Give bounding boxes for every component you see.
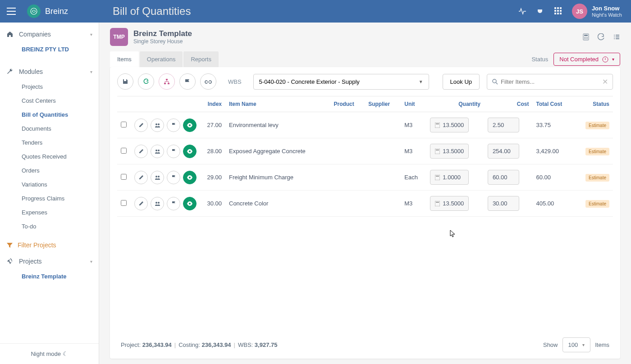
group-button[interactable]: [151, 145, 164, 158]
sidebar-item-variations[interactable]: Variations: [0, 177, 99, 191]
plug-icon[interactable]: [536, 7, 545, 16]
filter-icon: [6, 242, 13, 249]
view-button[interactable]: [183, 171, 197, 184]
items-table: Index Item Name Product Supplier Unit Qu…: [117, 96, 613, 217]
flag-button[interactable]: [179, 73, 196, 90]
sidebar-item-orders[interactable]: Orders: [0, 164, 99, 177]
sidebar-modules-header[interactable]: Modules ▾: [0, 64, 99, 80]
cost-input[interactable]: 30.00: [488, 196, 519, 211]
row-checkbox[interactable]: [121, 200, 127, 206]
sidebar-item-projects[interactable]: Projects: [0, 80, 99, 94]
status-dropdown[interactable]: Not Completed ▾: [553, 53, 620, 66]
refresh-icon[interactable]: [598, 33, 605, 41]
search-box: ✕: [487, 74, 613, 90]
svg-rect-5: [557, 7, 559, 9]
row-checkbox[interactable]: [121, 148, 127, 154]
view-button[interactable]: [183, 145, 197, 158]
pulse-icon[interactable]: [518, 7, 527, 16]
wbs-select[interactable]: 5-040-020 - Concrete Exterior - Supply ▼: [253, 74, 429, 90]
col-quantity[interactable]: Quantity: [426, 96, 484, 112]
sidebar-item-quotes[interactable]: Quotes Received: [0, 150, 99, 164]
svg-rect-2: [7, 14, 16, 15]
group-button[interactable]: [151, 197, 164, 210]
edit-button[interactable]: [134, 197, 148, 210]
flag-row-button[interactable]: [167, 197, 180, 210]
flag-row-button[interactable]: [167, 171, 180, 184]
col-supplier[interactable]: Supplier: [365, 96, 401, 112]
svg-rect-34: [435, 123, 440, 128]
svg-point-40: [155, 176, 157, 177]
flag-row-button[interactable]: [167, 145, 180, 158]
page-size-select[interactable]: 100 ▾: [562, 337, 591, 352]
sidebar-companies-header[interactable]: Companies ▾: [0, 26, 99, 42]
wbs-label: WBS: [228, 78, 242, 85]
topbar-actions: JS Jon Snow Night's Watch: [518, 4, 631, 19]
clear-icon[interactable]: ✕: [602, 77, 608, 86]
sidebar-project-item[interactable]: Breinz Template: [0, 269, 99, 283]
lookup-button[interactable]: Look Up: [443, 74, 480, 90]
sidebar-company-item[interactable]: BREINZ PTY LTD: [0, 42, 99, 56]
row-checkbox[interactable]: [121, 174, 127, 180]
cost-input[interactable]: 2.50: [488, 118, 519, 132]
cost-input[interactable]: 254.00: [488, 144, 519, 159]
sidebar-item-tenders[interactable]: Tenders: [0, 136, 99, 150]
logo-area[interactable]: Breinz: [23, 5, 99, 18]
col-unit[interactable]: Unit: [401, 96, 426, 112]
svg-point-21: [614, 35, 615, 36]
sidebar-item-expenses[interactable]: Expenses: [0, 205, 99, 219]
top-bar: Breinz Bill of Quantities JS Jon Snow Ni…: [0, 0, 631, 23]
edit-button[interactable]: [134, 145, 148, 158]
alert-icon: [602, 56, 608, 63]
quantity-input[interactable]: 13.5000: [430, 196, 469, 211]
col-product[interactable]: Product: [330, 96, 365, 112]
status-badge: Estimate: [585, 200, 609, 208]
user-menu[interactable]: JS Jon Snow Night's Watch: [572, 4, 622, 19]
group-button[interactable]: [151, 118, 164, 132]
sidebar-item-boq[interactable]: Bill of Quantities: [0, 108, 99, 122]
sidebar-projects-header[interactable]: Projects ▾: [0, 253, 99, 269]
filter-input[interactable]: [498, 74, 602, 89]
col-cost[interactable]: Cost: [484, 96, 533, 112]
svg-point-33: [158, 123, 160, 125]
user-name: Jon Snow: [592, 5, 622, 12]
quantity-input[interactable]: 13.5000: [430, 118, 469, 132]
cell-unit: M3: [401, 112, 426, 138]
chevron-down-icon: ▾: [90, 259, 92, 264]
quantity-input[interactable]: 1.0000: [430, 170, 469, 185]
tab-operations[interactable]: Operations: [140, 51, 183, 67]
night-mode-toggle[interactable]: Night mode ☾: [0, 343, 99, 364]
svg-rect-14: [584, 35, 588, 36]
link-button[interactable]: [200, 73, 216, 90]
col-total-cost[interactable]: Total Cost: [532, 96, 574, 112]
sidebar-item-cost-centers[interactable]: Cost Centers: [0, 94, 99, 108]
edit-button[interactable]: [134, 171, 148, 184]
view-button[interactable]: [183, 118, 197, 132]
hierarchy-button[interactable]: [159, 73, 175, 90]
flag-row-button[interactable]: [167, 118, 180, 132]
tab-items[interactable]: Items: [110, 51, 139, 67]
col-status[interactable]: Status: [574, 96, 613, 112]
save-button[interactable]: [117, 73, 133, 90]
filter-projects[interactable]: Filter Projects: [0, 237, 99, 253]
sidebar-item-todo[interactable]: To-do: [0, 219, 99, 233]
edit-button[interactable]: [134, 118, 148, 132]
menu-button[interactable]: [0, 0, 23, 23]
sidebar-item-progress-claims[interactable]: Progress Claims: [0, 191, 99, 205]
svg-rect-42: [435, 175, 440, 180]
svg-rect-8: [557, 10, 559, 12]
refresh-button[interactable]: [138, 73, 154, 90]
sidebar-item-documents[interactable]: Documents: [0, 122, 99, 136]
list-icon[interactable]: [613, 33, 620, 41]
col-item-name[interactable]: Item Name: [225, 96, 330, 112]
col-index[interactable]: Index: [203, 96, 225, 112]
view-button[interactable]: [183, 197, 197, 210]
quantity-input[interactable]: 13.5000: [430, 144, 469, 159]
apps-icon[interactable]: [554, 7, 563, 16]
tab-reports[interactable]: Reports: [183, 51, 219, 67]
group-button[interactable]: [151, 171, 164, 184]
row-checkbox[interactable]: [121, 122, 127, 127]
chevron-down-icon: ▾: [582, 342, 585, 347]
cost-input[interactable]: 60.00: [488, 170, 519, 185]
svg-rect-39: [436, 150, 439, 150]
calculator-icon[interactable]: [582, 33, 590, 41]
